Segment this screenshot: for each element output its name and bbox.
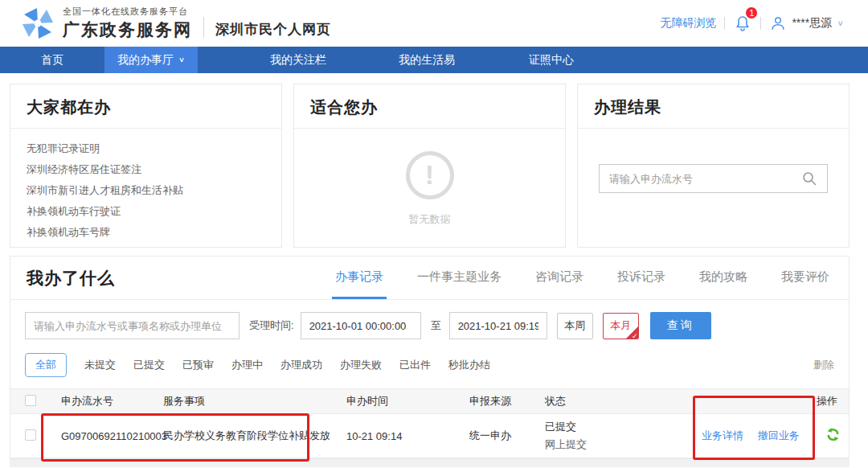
col-action: 操作 xyxy=(806,389,849,414)
site-name: 广东政务服务网 xyxy=(63,18,192,41)
tab-review[interactable]: 我要评价 xyxy=(778,257,833,299)
tab-guides[interactable]: 我的攻略 xyxy=(696,257,751,299)
page: 全国一体化在线政务服务平台 广东政务服务网 深圳市民个人网页 无障碍浏览 1 xyxy=(0,0,868,468)
status-filter-failed[interactable]: 办理失败 xyxy=(340,358,382,372)
nav-item-label: 我的办事厅 xyxy=(117,53,174,68)
result-search-input[interactable] xyxy=(609,173,801,185)
date-to-input[interactable] xyxy=(449,312,547,339)
user-icon xyxy=(769,14,787,32)
records-table: 申办流水号 服务事项 申办时间 申报来源 状态 操作 G097006921102… xyxy=(10,388,849,458)
cell-time: 10-21 09:14 xyxy=(332,414,455,458)
accept-time-label: 受理时间: xyxy=(249,318,294,333)
status-filter-submitted[interactable]: 已提交 xyxy=(133,358,165,372)
table-row: G09700692110210003 民办学校义务教育阶段学位补贴发放 10-2… xyxy=(10,414,849,458)
row-checkbox[interactable] xyxy=(25,429,36,441)
username: ****思源 xyxy=(792,16,832,31)
list-item[interactable]: 补换领机动车行驶证 xyxy=(27,201,265,222)
status-filter-all[interactable]: 全部 xyxy=(25,353,67,377)
business-detail-link[interactable]: 业务详情 xyxy=(702,429,743,441)
popular-list: 无犯罪记录证明 深圳经济特区居住证签注 深圳市新引进人才租房和生活补贴 补换领机… xyxy=(10,129,281,252)
check-icon: ✓ xyxy=(632,332,638,339)
brand-divider xyxy=(203,17,204,38)
withdraw-link[interactable]: 撤回业务 xyxy=(758,429,800,441)
query-button[interactable]: 查询 xyxy=(650,312,711,339)
status-filter-unsubmitted[interactable]: 未提交 xyxy=(84,358,116,372)
result-search-box xyxy=(599,164,828,193)
chevron-down-icon: ∨ xyxy=(837,18,844,27)
list-item[interactable]: 深圳经济特区居住证签注 xyxy=(27,159,265,180)
user-menu[interactable]: ****思源 ∨ xyxy=(769,14,844,32)
top-header: 全国一体化在线政务服务平台 广东政务服务网 深圳市民个人网页 无障碍浏览 1 xyxy=(0,0,868,47)
status-filter-issued[interactable]: 已出件 xyxy=(399,358,431,372)
work-section: 我办了什么 办事记录 一件事主题业务 咨询记录 投诉记录 我的攻略 我要评价 受… xyxy=(10,256,850,459)
empty-text: 暂无数据 xyxy=(409,212,451,227)
col-status: 状态 xyxy=(530,389,687,414)
delete-button[interactable]: 删除 xyxy=(813,358,834,372)
card-suitable: 适合您办 ! 暂无数据 xyxy=(293,84,566,248)
tab-one-thing[interactable]: 一件事主题业务 xyxy=(414,257,505,299)
nav-item-home[interactable]: 首页 xyxy=(0,47,104,73)
this-week-button[interactable]: 本周 xyxy=(557,313,593,339)
list-item[interactable]: 无犯罪记录证明 xyxy=(27,138,265,159)
nav-item-my-service-hall[interactable]: 我的办事厅 ∨ xyxy=(104,47,198,73)
list-item[interactable]: 补换领机动车号牌 xyxy=(27,222,265,243)
card-popular: 大家都在办 无犯罪记录证明 深圳经济特区居住证签注 深圳市新引进人才租房和生活补… xyxy=(10,84,282,248)
platform-name: 全国一体化在线政务服务平台 xyxy=(63,6,192,18)
cell-refresh xyxy=(806,414,849,458)
bottom-strip xyxy=(10,459,850,467)
work-title: 我办了什么 xyxy=(27,267,115,289)
divider xyxy=(724,17,725,30)
nav-item-my-follows[interactable]: 我的关注栏 xyxy=(246,47,350,73)
refresh-icon[interactable] xyxy=(825,427,841,442)
filter-row: 受理时间: 至 本周 本月 ✓ 查询 xyxy=(10,300,849,347)
status-filter-prereviewed[interactable]: 已预审 xyxy=(182,358,214,372)
to-label: 至 xyxy=(431,318,441,333)
status-filter-instant[interactable]: 秒批办结 xyxy=(448,358,490,372)
tab-complaints[interactable]: 投诉记录 xyxy=(614,257,669,299)
chevron-down-icon: ∨ xyxy=(178,55,185,64)
card-popular-title: 大家都在办 xyxy=(27,98,111,116)
empty-state: ! 暂无数据 xyxy=(294,129,565,227)
tab-consult[interactable]: 咨询记录 xyxy=(532,257,587,299)
notification-badge: 1 xyxy=(745,6,758,19)
card-suitable-title: 适合您办 xyxy=(310,98,378,116)
status-filter-processing[interactable]: 办理中 xyxy=(231,358,263,372)
cell-status: 已提交 网上提交 xyxy=(530,414,687,458)
card-results-header: 办理结果 xyxy=(578,84,849,129)
search-icon[interactable] xyxy=(801,170,817,187)
table-header-row: 申办流水号 服务事项 申办时间 申报来源 状态 操作 xyxy=(10,389,849,414)
col-service: 服务事项 xyxy=(149,389,332,414)
status-filter-success[interactable]: 办理成功 xyxy=(280,358,322,372)
cards-row: 大家都在办 无犯罪记录证明 深圳经济特区居住证签注 深圳市新引进人才租房和生活补… xyxy=(0,73,868,248)
cell-service: 民办学校义务教育阶段学位补贴发放 xyxy=(149,414,332,458)
status-secondary: 网上提交 xyxy=(545,437,687,452)
cell-source: 统一申办 xyxy=(455,414,530,458)
nav-item-license-center[interactable]: 证照中心 xyxy=(503,47,600,73)
work-tabs: 办事记录 一件事主题业务 咨询记录 投诉记录 我的攻略 我要评价 xyxy=(332,257,833,299)
empty-alert-icon: ! xyxy=(406,151,454,199)
main-nav: 首页 我的办事厅 ∨ 我的关注栏 我的生活易 证照中心 xyxy=(0,47,868,73)
accessibility-link[interactable]: 无障碍浏览 xyxy=(660,16,716,31)
date-from-input[interactable] xyxy=(301,312,421,339)
col-action-spacer xyxy=(687,389,806,414)
col-serial: 申办流水号 xyxy=(47,389,149,414)
brand: 全国一体化在线政务服务平台 广东政务服务网 深圳市民个人网页 xyxy=(21,6,331,41)
status-filter-row: 全部 未提交 已提交 已预审 办理中 办理成功 办理失败 已出件 秒批办结 删除 xyxy=(10,347,849,388)
status-primary: 已提交 xyxy=(545,420,687,434)
select-all-checkbox[interactable] xyxy=(25,395,36,406)
cell-actions: 业务详情 撤回业务 xyxy=(687,414,806,458)
page-title: 深圳市民个人网页 xyxy=(215,20,331,39)
card-results: 办理结果 xyxy=(577,84,850,248)
col-source: 申报来源 xyxy=(455,389,530,414)
notification-bell[interactable]: 1 xyxy=(733,14,752,33)
card-suitable-header: 适合您办 xyxy=(294,84,565,129)
tab-records[interactable]: 办事记录 xyxy=(332,257,387,299)
nav-item-my-life[interactable]: 我的生活易 xyxy=(375,47,479,73)
work-header: 我办了什么 办事记录 一件事主题业务 咨询记录 投诉记录 我的攻略 我要评价 xyxy=(10,257,849,300)
record-search-input[interactable] xyxy=(25,312,240,339)
exclamation-icon: ! xyxy=(425,161,434,188)
site-logo-icon xyxy=(21,6,55,40)
col-time: 申办时间 xyxy=(332,389,455,414)
this-month-button[interactable]: 本月 ✓ xyxy=(603,313,639,339)
list-item[interactable]: 深圳市新引进人才租房和生活补贴 xyxy=(27,180,265,201)
